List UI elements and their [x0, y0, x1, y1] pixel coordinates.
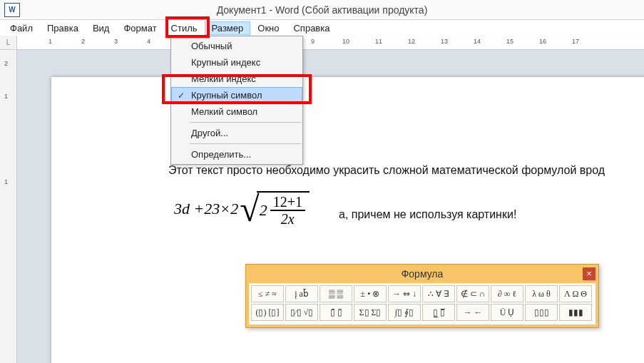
- menu-format[interactable]: Формат: [116, 21, 163, 35]
- menu-style[interactable]: Стиль: [164, 21, 205, 35]
- ruler-tick: 9: [311, 38, 315, 45]
- sqrt-inner-prefix: 2: [260, 201, 267, 220]
- fraction-numerator: 12+1: [270, 194, 305, 211]
- ruler-tick: 1: [4, 178, 8, 185]
- dropdown-item-large-index[interactable]: Крупный индекс: [171, 54, 302, 71]
- close-icon: ×: [586, 269, 591, 279]
- ruler-tick: 13: [441, 38, 448, 45]
- dropdown-item-large-symbol[interactable]: ✓ Крупный символ: [171, 87, 302, 103]
- toolbox-fences-button[interactable]: (▯) [▯]: [251, 304, 284, 321]
- ruler-tick: 4: [147, 38, 150, 45]
- dropdown-separator: [190, 122, 301, 123]
- fraction-denominator: 2x: [278, 211, 297, 227]
- toolbox-greek-lower-button[interactable]: λ ω θ: [525, 285, 558, 302]
- menu-size[interactable]: Размер: [205, 21, 251, 35]
- ruler-tick: 16: [539, 38, 546, 45]
- ruler-tick: 2: [81, 38, 85, 45]
- window-title: Документ1 - Word (Сбой активации продукт…: [0, 4, 644, 16]
- toolbox-matrix-button[interactable]: ▯▯▯: [525, 304, 558, 321]
- document-text-line1[interactable]: Этот текст просто необходимо украсить сл…: [168, 164, 605, 177]
- toolbox-title: Формула: [402, 268, 444, 280]
- document-text-line2[interactable]: а, причем не используя картинки!: [339, 208, 516, 221]
- toolbox-relational-button[interactable]: ≤ ≠ ≈: [251, 285, 284, 302]
- toolbox-row-1: ≤ ≠ ≈ į ab̄ ▒ ▒ ± • ⊗ → ⇔ ↓ ∴ ∀ ∃ ∉ ⊂ ∩ …: [251, 285, 593, 302]
- formula-toolbox[interactable]: Формула × ≤ ≠ ≈ į ab̄ ▒ ▒ ± • ⊗ → ⇔ ↓ ∴ …: [245, 264, 599, 328]
- toolbox-bars-button[interactable]: ▯̲ ▯̅: [422, 304, 455, 321]
- dropdown-item-small-symbol[interactable]: Мелкий символ: [171, 103, 302, 120]
- ruler-tick: 1: [4, 93, 8, 100]
- dropdown-item-normal[interactable]: Обычный: [171, 38, 302, 54]
- dropdown-item-define[interactable]: Определить...: [171, 146, 302, 163]
- menu-view[interactable]: Вид: [86, 21, 117, 35]
- menu-bar: Файл Правка Вид Формат Стиль Размер Окно…: [0, 20, 644, 36]
- toolbox-sum-button[interactable]: Σ▯ Σ▯: [354, 304, 387, 321]
- equation-content: 3d +23×2 √ 2 12+1 2x: [170, 184, 329, 234]
- ruler-tick: 1: [48, 38, 52, 45]
- toolbox-integral-button[interactable]: ∫▯ ∮▯: [388, 304, 421, 321]
- toolbox-embellish-button[interactable]: ▒ ▒: [320, 285, 352, 302]
- ruler-tick: 15: [506, 38, 513, 45]
- ruler-tick: 10: [342, 38, 349, 45]
- app-icon: W: [4, 3, 20, 17]
- ruler-vertical[interactable]: 2 1 1: [0, 50, 17, 363]
- ruler-tick: 11: [375, 38, 382, 45]
- toolbox-set-button[interactable]: ∉ ⊂ ∩: [456, 285, 489, 302]
- toolbox-row-2: (▯) [▯] ▯⁄▯ √▯ ▯̄ ▯̈ Σ▯ Σ▯ ∫▯ ∮▯ ▯̲ ▯̅ →…: [251, 304, 593, 321]
- menu-help[interactable]: Справка: [286, 21, 337, 35]
- toolbox-body: ≤ ≠ ≈ į ab̄ ▒ ▒ ± • ⊗ → ⇔ ↓ ∴ ∀ ∃ ∉ ⊂ ∩ …: [249, 283, 596, 324]
- toolbox-spaces-button[interactable]: į ab̄: [285, 285, 318, 302]
- toolbox-templates2-button[interactable]: ▮▮▮: [559, 304, 592, 321]
- ruler-tick: 2: [4, 60, 8, 67]
- title-bar: W Документ1 - Word (Сбой активации проду…: [0, 0, 644, 20]
- dropdown-separator: [190, 143, 301, 144]
- ruler-corner: L: [0, 36, 17, 49]
- equation-sqrt: √ 2 12+1 2x: [240, 191, 310, 227]
- toolbox-scripts-button[interactable]: ▯̄ ▯̈: [320, 304, 352, 321]
- toolbox-arrows-button[interactable]: → ⇔ ↓: [388, 285, 421, 302]
- menu-edit[interactable]: Правка: [40, 21, 86, 35]
- toolbox-misc-button[interactable]: ∂ ∞ ℓ: [491, 285, 523, 302]
- toolbox-greek-upper-button[interactable]: Λ Ω Θ: [559, 285, 592, 302]
- dropdown-item-small-index[interactable]: Мелкий индекс: [171, 71, 302, 87]
- ruler-horizontal-row: L 1 2 3 4 5 6 7 8 9 10 11 12 13 14 15 16…: [0, 36, 644, 50]
- ruler-tick: 17: [572, 38, 579, 45]
- toolbox-title-bar[interactable]: Формула ×: [246, 265, 598, 283]
- toolbox-fraction-button[interactable]: ▯⁄▯ √▯: [285, 304, 318, 321]
- ruler-tick: 14: [474, 38, 481, 45]
- equation-object[interactable]: 3d +23×2 √ 2 12+1 2x: [165, 180, 333, 238]
- menu-file[interactable]: Файл: [3, 21, 40, 35]
- close-button[interactable]: ×: [583, 267, 596, 280]
- menu-window[interactable]: Окно: [250, 21, 286, 35]
- toolbox-operators-button[interactable]: ± • ⊗: [354, 285, 387, 302]
- dropdown-item-other[interactable]: Другой...: [171, 125, 302, 141]
- checkmark-icon: ✓: [178, 91, 185, 101]
- equation-fraction: 12+1 2x: [270, 194, 305, 227]
- toolbox-logic-button[interactable]: ∴ ∀ ∃: [422, 285, 455, 302]
- ruler-tick: 3: [114, 38, 118, 45]
- ruler-tick: 12: [408, 38, 415, 45]
- ruler-horizontal[interactable]: 1 2 3 4 5 6 7 8 9 10 11 12 13 14 15 16 1…: [17, 36, 644, 49]
- dropdown-item-label: Крупный символ: [191, 90, 262, 101]
- toolbox-labeled-arrows-button[interactable]: → ←: [456, 304, 489, 321]
- equation-prefix: 3d +23×2: [174, 200, 238, 218]
- toolbox-underover-button[interactable]: Ū Ụ: [491, 304, 523, 321]
- size-dropdown: Обычный Крупный индекс Мелкий индекс ✓ К…: [170, 36, 303, 165]
